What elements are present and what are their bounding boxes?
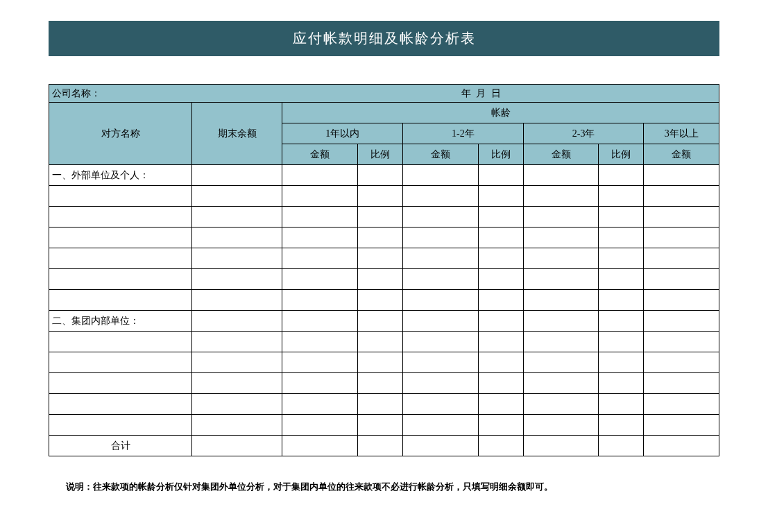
table-row: 二、集团内部单位： — [49, 311, 719, 332]
th-ratio: 比例 — [599, 144, 644, 165]
table-row — [49, 269, 719, 290]
table-row — [49, 186, 719, 207]
section1-label: 一、外部单位及个人： — [49, 165, 192, 186]
th-amount: 金额 — [644, 144, 719, 165]
th-ratio: 比例 — [478, 144, 523, 165]
section2-label: 二、集团内部单位： — [49, 311, 192, 332]
table-row — [49, 332, 719, 352]
th-balance: 期末余额 — [192, 103, 282, 165]
table-row — [49, 290, 719, 311]
th-amount: 金额 — [282, 144, 358, 165]
table-row — [49, 248, 719, 269]
page-title: 应付帐款明细及帐龄分析表 — [49, 21, 719, 56]
table-row — [49, 228, 719, 248]
footnote: 说明：往来款项的帐龄分析仅针对集团外单位分析，对于集团内单位的往来款项不必进行帐… — [49, 481, 719, 493]
aging-table: 对方名称 期末余额 帐龄 1年以内 1-2年 2-3年 3年以上 金额 比例 金… — [49, 102, 719, 456]
th-amount: 金额 — [403, 144, 479, 165]
table-row — [49, 207, 719, 228]
th-over3y: 3年以上 — [644, 123, 719, 144]
total-label: 合计 — [49, 436, 192, 456]
table-row — [49, 394, 719, 415]
table-row: 合计 — [49, 436, 719, 456]
info-row: 公司名称： 年 月 日 — [49, 84, 719, 102]
table-row: 一、外部单位及个人： — [49, 165, 719, 186]
table-row — [49, 352, 719, 373]
th-2-3y: 2-3年 — [523, 123, 644, 144]
table-row — [49, 415, 719, 436]
th-counterparty: 对方名称 — [49, 103, 192, 165]
company-label: 公司名称： — [49, 85, 438, 102]
table-row — [49, 373, 719, 394]
th-within1y: 1年以内 — [282, 123, 403, 144]
th-1-2y: 1-2年 — [403, 123, 524, 144]
th-amount: 金额 — [523, 144, 599, 165]
date-label: 年 月 日 — [438, 85, 719, 102]
th-ratio: 比例 — [357, 144, 402, 165]
th-aging: 帐龄 — [282, 103, 719, 123]
